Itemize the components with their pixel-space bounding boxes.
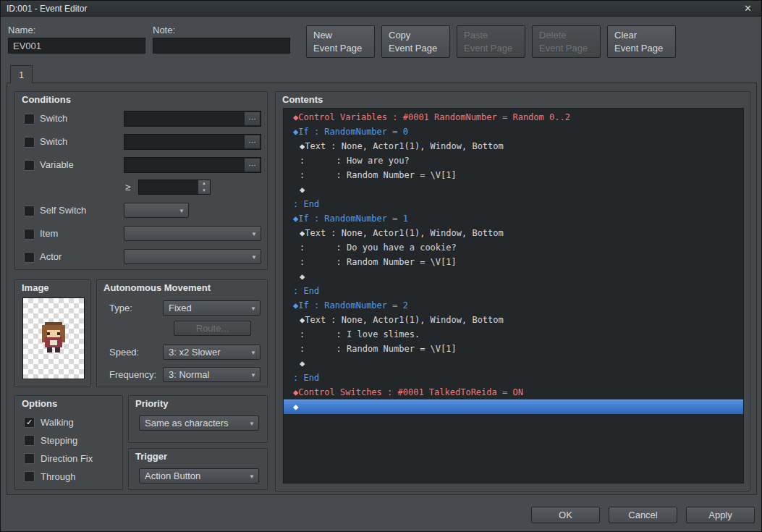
checkbox[interactable] xyxy=(24,435,35,446)
event-command-line[interactable]: : : Random Number = \V[1] xyxy=(284,255,743,269)
event-command-line[interactable]: ◆Control Variables : #0001 RandomNumber … xyxy=(284,110,743,124)
route-button: Route... xyxy=(174,321,251,336)
event-command-line[interactable]: : End xyxy=(284,284,743,298)
event-command-line[interactable]: ◆ xyxy=(284,400,743,414)
page-button-label: Paste xyxy=(464,30,525,41)
variable-browse-button[interactable]: ··· xyxy=(244,159,260,172)
checkbox[interactable] xyxy=(24,453,35,464)
conditions-title: Conditions xyxy=(22,94,71,105)
movement-type-dropdown[interactable]: Fixed ▼ xyxy=(163,300,261,316)
clear-event-page-button[interactable]: ClearEvent Page xyxy=(607,25,676,58)
direction-fix-option[interactable]: Direction Fix xyxy=(24,449,118,468)
name-input[interactable] xyxy=(8,38,145,54)
item-dropdown[interactable]: ▼ xyxy=(124,226,261,241)
copy-event-page-button[interactable]: CopyEvent Page xyxy=(381,25,450,58)
event-command-line[interactable]: ◆If : RandomNumber = 0 xyxy=(284,124,743,139)
trigger-dropdown[interactable]: Action Button ▼ xyxy=(139,468,259,484)
chevron-down-icon: ▼ xyxy=(250,349,256,355)
actor-checkbox[interactable] xyxy=(24,252,35,263)
event-command-line[interactable]: ◆ xyxy=(284,356,743,371)
page-button-label: Delete xyxy=(539,30,600,41)
movement-type-value: Fixed xyxy=(169,303,192,313)
event-command-line[interactable]: ◆If : RandomNumber = 1 xyxy=(284,211,743,226)
cancel-button[interactable]: Cancel xyxy=(609,507,677,523)
switch1-field[interactable]: ··· xyxy=(124,111,261,127)
variable-checkbox[interactable] xyxy=(24,160,35,171)
event-command-line[interactable]: ◆Text : None, Actor1(1), Window, Bottom xyxy=(284,139,743,153)
walking-option[interactable]: ✓Walking xyxy=(24,413,118,431)
note-input[interactable] xyxy=(153,38,290,54)
through-option[interactable]: Through xyxy=(24,468,118,486)
paste-event-page-button: PasteEvent Page xyxy=(457,25,525,58)
event-command-line[interactable]: ◆Control Switches : #0001 TalkedToReida … xyxy=(284,385,743,400)
switch2-browse-button[interactable]: ··· xyxy=(244,135,260,148)
option-label: Stepping xyxy=(41,435,77,446)
new-event-page-button[interactable]: NewEvent Page xyxy=(306,25,375,58)
window-title: ID:001 - Event Editor xyxy=(7,4,740,14)
item-checkbox[interactable] xyxy=(24,229,35,240)
options-list: ✓WalkingSteppingDirection FixThrough xyxy=(24,413,118,486)
event-command-line[interactable]: ◆Text : None, Actor1(1), Window, Bottom xyxy=(284,313,743,327)
spin-up-icon[interactable]: ▲ xyxy=(198,180,210,187)
spinner-buttons[interactable]: ▲ ▼ xyxy=(198,180,210,194)
event-command-line[interactable]: : End xyxy=(284,371,743,385)
switch2-checkbox[interactable] xyxy=(24,137,35,148)
tab-page-1[interactable]: 1 xyxy=(10,65,33,83)
trigger-group: Trigger Action Button ▼ xyxy=(128,448,268,490)
movement-speed-dropdown[interactable]: 3: x2 Slower ▼ xyxy=(163,345,261,360)
event-editor-window: ID:001 - Event Editor ✕ Name: Note: NewE… xyxy=(0,0,762,532)
trigger-title: Trigger xyxy=(135,451,167,462)
switch2-field[interactable]: ··· xyxy=(124,134,261,150)
chevron-down-icon: ▼ xyxy=(179,207,185,214)
note-label: Note: xyxy=(153,25,175,35)
chevron-down-icon: ▼ xyxy=(251,253,257,260)
contents-list[interactable]: ◆Control Variables : #0001 RandomNumber … xyxy=(283,108,744,484)
actor-dropdown[interactable]: ▼ xyxy=(124,249,261,264)
checkbox[interactable]: ✓ xyxy=(24,417,35,428)
event-command-line[interactable]: : End xyxy=(284,197,743,211)
event-command-line[interactable]: ◆Text : None, Actor1(1), Window, Bottom xyxy=(284,226,743,240)
gte-symbol: ≥ xyxy=(125,182,130,193)
event-command-line[interactable]: : : How are you? xyxy=(284,153,743,168)
actor-label: Actor xyxy=(40,251,62,262)
priority-value: Same as characters xyxy=(145,418,229,428)
movement-speed-value: 3: x2 Slower xyxy=(169,347,221,358)
titlebar[interactable]: ID:001 - Event Editor ✕ xyxy=(1,1,761,17)
event-command-line[interactable]: ◆ xyxy=(284,182,743,197)
checkbox[interactable] xyxy=(24,471,35,482)
event-command-line[interactable]: : : Do you have a cookie? xyxy=(284,240,743,255)
options-title: Options xyxy=(22,398,57,409)
self-switch-dropdown[interactable]: ▼ xyxy=(124,203,189,218)
options-group: Options ✓WalkingSteppingDirection FixThr… xyxy=(14,395,123,490)
name-label: Name: xyxy=(8,25,35,35)
event-command-line[interactable]: ◆ xyxy=(284,269,743,284)
page-button-label: Clear xyxy=(614,30,675,41)
ok-button[interactable]: OK xyxy=(531,507,600,523)
event-command-line[interactable]: : : Random Number = \V[1] xyxy=(284,342,743,356)
switch1-browse-button[interactable]: ··· xyxy=(244,112,260,125)
variable-value-input[interactable] xyxy=(139,180,198,194)
switch1-checkbox[interactable] xyxy=(24,114,35,124)
variable-field[interactable]: ··· xyxy=(124,157,261,173)
variable-label: Variable xyxy=(40,159,74,170)
variable-value-spinner[interactable]: ▲ ▼ xyxy=(138,180,211,195)
event-command-line[interactable]: : : Random Number = \V[1] xyxy=(284,168,743,182)
page-buttons: NewEvent PageCopyEvent PagePasteEvent Pa… xyxy=(306,25,676,58)
page-button-label: Event Page xyxy=(313,43,374,54)
option-label: Walking xyxy=(41,417,74,428)
movement-frequency-dropdown[interactable]: 3: Normal ▼ xyxy=(163,367,261,382)
switch1-label: Switch xyxy=(40,113,67,124)
movement-speed-label: Speed: xyxy=(109,347,139,358)
priority-dropdown[interactable]: Same as characters ▼ xyxy=(139,415,259,431)
movement-frequency-label: Frequency: xyxy=(109,369,156,380)
spin-down-icon[interactable]: ▼ xyxy=(198,187,210,195)
page-button-label: Event Page xyxy=(389,43,449,54)
close-icon[interactable]: ✕ xyxy=(740,3,755,14)
page-button-label: New xyxy=(313,30,374,41)
character-image-selector[interactable] xyxy=(22,297,85,379)
apply-button[interactable]: Apply xyxy=(686,507,755,523)
self-switch-checkbox[interactable] xyxy=(24,206,35,216)
event-command-line[interactable]: ◆If : RandomNumber = 2 xyxy=(284,298,743,313)
stepping-option[interactable]: Stepping xyxy=(24,431,118,449)
event-command-line[interactable]: : : I love slimes. xyxy=(284,327,743,342)
